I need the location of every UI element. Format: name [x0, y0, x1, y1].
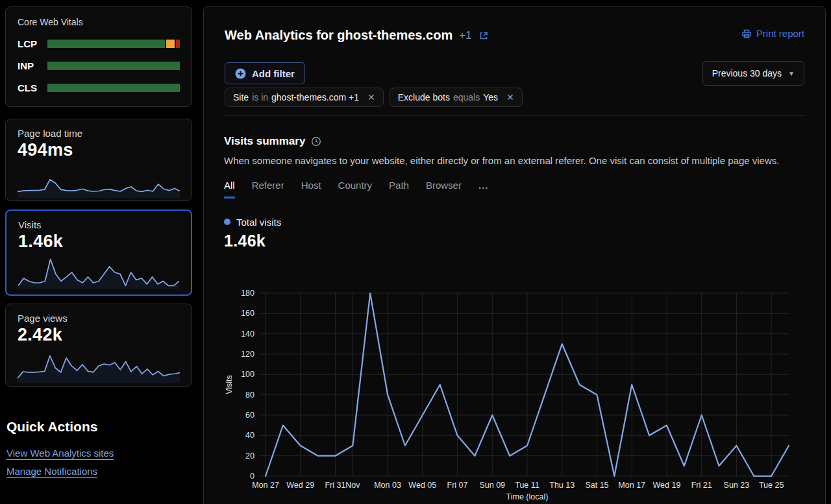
svg-text:Wed 05: Wed 05: [408, 481, 436, 490]
green-segment: [47, 84, 180, 92]
page-views-card[interactable]: Page views 2.42k: [5, 304, 192, 387]
filter-operator: is in: [252, 92, 268, 102]
x-axis-label: Time (local): [506, 492, 549, 501]
visits-chart: 020406080100120140160180Mon 27Wed 29Fri …: [224, 285, 805, 504]
filter-field: Exclude bots: [398, 92, 450, 102]
red-segment: [176, 40, 180, 48]
filter-operator: equals: [453, 92, 480, 102]
filter-chip-site[interactable]: Site is in ghost-themes.com +1 ✕: [225, 88, 384, 107]
visits-summary-section: Visits summary When someone navigates to…: [204, 116, 825, 504]
svg-text:140: 140: [241, 330, 254, 339]
orange-segment: [166, 40, 175, 48]
visits-summary-description: When someone navigates to your website, …: [224, 155, 805, 167]
visits-value: 1.46k: [18, 232, 179, 252]
svg-text:100: 100: [241, 370, 254, 379]
svg-text:Mon 03: Mon 03: [374, 481, 401, 490]
add-filter-label: Add filter: [252, 68, 295, 79]
svg-text:Tue 11: Tue 11: [515, 481, 540, 490]
svg-text:Wed 29: Wed 29: [286, 481, 314, 490]
visits-line-chart[interactable]: 020406080100120140160180Mon 27Wed 29Fri …: [224, 285, 824, 504]
svg-text:Sun 23: Sun 23: [724, 481, 750, 490]
svg-text:20: 20: [245, 451, 254, 461]
tab-path[interactable]: Path: [389, 180, 409, 198]
print-report-button[interactable]: Print report: [741, 28, 804, 39]
quick-actions-title: Quick Actions: [6, 419, 97, 435]
core-web-vitals-card: Core Web Vitals LCP INP CLS: [5, 6, 192, 107]
svg-text:Fri 07: Fri 07: [447, 481, 468, 490]
green-segment: [47, 62, 180, 70]
filter-value: Yes: [483, 92, 498, 102]
svg-text:60: 60: [245, 411, 254, 420]
inp-bar: [47, 62, 180, 70]
tab-host[interactable]: Host: [301, 180, 321, 198]
remove-filter-icon[interactable]: ✕: [367, 93, 375, 102]
svg-text:160: 160: [241, 309, 254, 318]
legend-dot-icon: [224, 219, 230, 225]
clock-icon: [311, 136, 321, 147]
dimension-tabs: All Referer Host Country Path Browser ..…: [224, 180, 805, 198]
site-count-badge: +1: [459, 29, 471, 42]
page-views-sparkline: [18, 349, 180, 383]
inp-label: INP: [18, 60, 47, 71]
page-load-time-label: Page load time: [18, 128, 180, 139]
filter-field: Site: [233, 92, 249, 102]
tab-all[interactable]: All: [224, 180, 235, 198]
cls-label: CLS: [18, 82, 47, 93]
tab-browser[interactable]: Browser: [426, 180, 462, 198]
filter-value: ghost-themes.com +1: [271, 92, 359, 102]
page-load-time-value: 494ms: [18, 140, 180, 160]
svg-text:Fri 21: Fri 21: [691, 481, 712, 490]
plus-circle-icon: [235, 68, 246, 79]
svg-text:80: 80: [245, 390, 254, 400]
svg-text:Sat 15: Sat 15: [585, 481, 608, 490]
green-segment: [47, 40, 165, 48]
add-filter-button[interactable]: Add filter: [225, 62, 305, 84]
svg-text:Nov: Nov: [345, 481, 360, 490]
svg-text:0: 0: [250, 472, 254, 481]
cls-bar: [47, 84, 180, 92]
tab-more[interactable]: ...: [478, 180, 489, 198]
svg-text:180: 180: [241, 289, 254, 298]
chart-legend: Total visits: [224, 217, 805, 226]
date-range-select[interactable]: Previous 30 days ▼: [702, 61, 804, 86]
svg-text:Thu 13: Thu 13: [549, 481, 575, 490]
svg-text:120: 120: [241, 350, 254, 359]
panel-header: Web Analytics for ghost-themes.com +1 Pr: [204, 6, 825, 116]
external-link-icon[interactable]: [478, 30, 489, 41]
visits-summary-title: Visits summary: [224, 135, 305, 148]
main-panel: Web Analytics for ghost-themes.com +1 Pr: [203, 6, 826, 504]
total-visits-value: 1.46k: [224, 232, 805, 250]
cwv-row-cls: CLS: [18, 82, 180, 93]
page-load-time-sparkline: [18, 164, 180, 198]
visits-sparkline: [18, 256, 179, 289]
cwv-row-lcp: LCP: [18, 38, 180, 49]
page-title: Web Analytics for ghost-themes.com: [225, 28, 453, 43]
printer-icon: [741, 29, 752, 39]
legend-label: Total visits: [236, 217, 281, 228]
tab-referer[interactable]: Referer: [252, 180, 284, 198]
svg-text:Fri 31: Fri 31: [325, 481, 345, 490]
page-load-time-card[interactable]: Page load time 494ms: [5, 119, 192, 201]
filter-chip-exclude-bots[interactable]: Exclude bots equals Yes ✕: [390, 88, 523, 107]
svg-text:Wed 19: Wed 19: [653, 481, 681, 490]
y-axis-label: Visits: [225, 375, 234, 394]
svg-text:Tue 25: Tue 25: [759, 481, 784, 490]
chevron-down-icon: ▼: [788, 70, 795, 77]
core-web-vitals-title: Core Web Vitals: [18, 17, 180, 27]
print-report-label: Print report: [756, 28, 804, 39]
manage-notifications-link[interactable]: Manage Notifications: [6, 466, 97, 477]
svg-text:Sun 09: Sun 09: [479, 481, 505, 490]
visits-label: Visits: [18, 219, 179, 230]
date-range-value: Previous 30 days: [712, 68, 782, 78]
visits-card-selected[interactable]: Visits 1.46k: [5, 210, 192, 296]
svg-text:Mon 17: Mon 17: [618, 481, 645, 490]
lcp-label: LCP: [18, 38, 47, 49]
tab-country[interactable]: Country: [338, 180, 373, 198]
svg-text:Mon 27: Mon 27: [252, 481, 279, 490]
page-views-label: Page views: [18, 313, 180, 324]
view-web-analytics-sites-link[interactable]: View Web Analytics sites: [6, 448, 114, 459]
sidebar: Core Web Vitals LCP INP CLS Page load ti…: [0, 0, 203, 504]
page-views-value: 2.42k: [18, 325, 180, 345]
remove-filter-icon[interactable]: ✕: [506, 93, 514, 102]
lcp-bar: [47, 40, 180, 48]
